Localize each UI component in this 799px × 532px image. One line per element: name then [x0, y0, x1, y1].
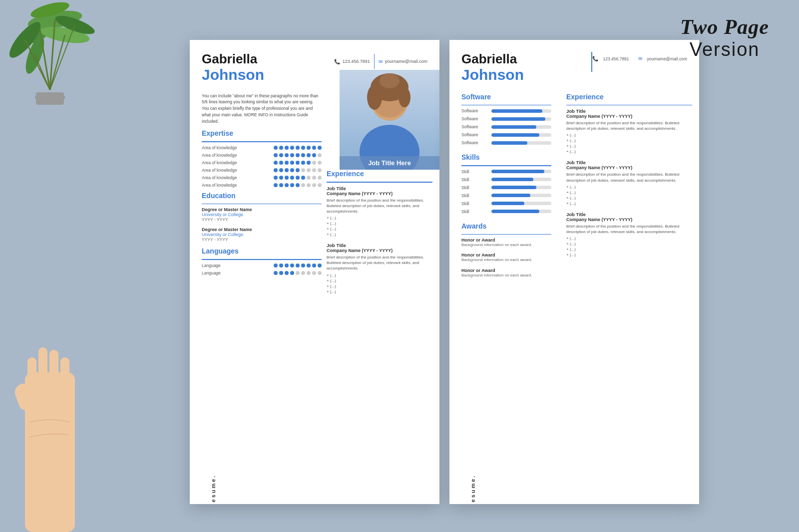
resume-text-p2: Resume. [470, 475, 476, 504]
hand-decoration [0, 332, 100, 532]
exp-bullet: + (...) [327, 221, 432, 226]
language-row: Language [202, 270, 322, 275]
expertise-row: Area of knowledge [202, 160, 322, 165]
edu-school: University or College [202, 212, 322, 217]
skill-bar-fill [491, 194, 530, 197]
skill-bar-track [491, 194, 551, 197]
page2-left-column: Software Software Software Software Soft… [449, 93, 559, 283]
education-divider [202, 204, 322, 205]
exp-bullet-p2: + (...) [566, 138, 692, 143]
edu-entry: Degree or Master Name University or Coll… [202, 207, 322, 222]
resume-label-p2: Resume. [470, 475, 476, 504]
exp-company-p2: Company Name (YYYY - YYYY) [566, 165, 692, 170]
page2-body: Software Software Software Software Soft… [449, 93, 699, 283]
skill-bar-row: Skill [461, 193, 551, 198]
exp-entry-p2: Job Title Company Name (YYYY - YYYY) Bri… [566, 108, 692, 154]
software-section: Software Software Software Software Soft… [461, 93, 551, 146]
award-desc: Background information on each award. [461, 243, 551, 248]
exp-bullet-p2: + (...) [566, 236, 692, 241]
skill-bar-track [491, 210, 551, 213]
page2-contact-info: 📞 123.456.7891 ✉ yourname@mail.com [592, 56, 687, 61]
two-page-text: Two Page [680, 15, 769, 39]
page2-right-column: Experience Job Title Company Name (YYYY … [559, 93, 699, 283]
expertise-label: Area of knowledge [202, 175, 257, 180]
phone-contact: 📞 123.456.7891 [334, 59, 370, 64]
expertise-label: Area of knowledge [202, 168, 257, 173]
software-bar-row: Software [461, 108, 551, 113]
exp-description-p2: Brief description of the position and th… [566, 120, 692, 131]
software-bar-fill [491, 117, 545, 121]
exp-entry-p2: Job Title Company Name (YYYY - YYYY) Bri… [566, 212, 692, 257]
exp-bullet-p2: + (...) [566, 201, 692, 206]
expertise-row: Area of knowledge [202, 175, 322, 180]
two-page-version-label: Two Page Version [680, 15, 769, 60]
skill-bar-fill [491, 178, 533, 181]
skill-bar-label: Skill [461, 169, 489, 174]
exp-bullet-p2: + (...) [566, 133, 692, 137]
award-entry: Honor or Award Background information on… [461, 268, 551, 278]
software-bar-label: Software [461, 108, 489, 113]
software-bar-track [491, 141, 551, 145]
exp-entry-p1: Job Title Company Name (YYYY - YYYY) Bri… [327, 186, 432, 237]
software-bar-label: Software [461, 140, 489, 145]
language-label: Language [202, 270, 257, 275]
software-bar-label: Software [461, 116, 489, 121]
phone-icon-p2: 📞 [592, 56, 598, 61]
language-items: LanguageLanguage [202, 263, 322, 275]
software-bar-row: Software [461, 124, 551, 129]
page1-name-block: Gabriella Johnson [202, 52, 334, 83]
exp-company-p2: Company Name (YYYY - YYYY) [566, 217, 692, 222]
exp-bullet: + (...) [327, 216, 432, 220]
awards-items: Honor or Award Background information on… [461, 238, 551, 278]
experience-title-p1: Experience [327, 170, 432, 178]
expertise-label: Area of knowledge [202, 160, 257, 165]
software-title: Software [461, 93, 551, 101]
education-title: Education [202, 192, 322, 200]
award-title: Honor or Award [461, 268, 551, 273]
edu-year: YYYY - YYYY [202, 237, 322, 242]
skill-bar-fill [491, 210, 539, 213]
skills-section: Skills Skill Skill Skill Skill Skill [461, 153, 551, 214]
exp-job-title: Job Title [327, 186, 432, 191]
expertise-title: Expertise [202, 129, 322, 137]
exp-entry-p2: Job Title Company Name (YYYY - YYYY) Bri… [566, 160, 692, 205]
skill-bar-label: Skill [461, 193, 489, 198]
awards-title: Awards [461, 222, 551, 230]
exp-bullet: + (...) [327, 232, 432, 237]
expertise-label: Area of knowledge [202, 153, 257, 158]
page2-header: Gabriella Johnson 📞 123.456.7891 ✉ yourn… [449, 40, 699, 88]
svg-rect-14 [36, 92, 64, 105]
exp-description: Brief description of the position and th… [327, 255, 432, 271]
resume-label-p1: Resume. [210, 475, 216, 504]
plant-decoration [0, 0, 110, 110]
exp-description-p2: Brief description of the position and th… [566, 224, 692, 235]
pages-container: Gabriella Johnson 📞 123.456.7891 ✉ yourn… [110, 40, 779, 517]
software-bar-fill [491, 141, 527, 145]
software-bar-row: Software [461, 116, 551, 121]
contact-info-p1: 📞 123.456.7891 ✉ yourname@mail.com [334, 52, 427, 69]
skills-bars: Skill Skill Skill Skill Skill [461, 169, 551, 214]
exp-bullet: + (...) [327, 227, 432, 231]
software-bar-label: Software [461, 132, 489, 137]
expertise-row: Area of knowledge [202, 153, 322, 158]
exp-bullet-p2: + (...) [566, 185, 692, 189]
skills-title: Skills [461, 153, 551, 161]
awards-section: Awards Honor or Award Background informa… [461, 222, 551, 278]
exp-company: Company Name (YYYY - YYYY) [327, 248, 432, 253]
svg-point-25 [367, 85, 382, 110]
experience-items-p1: Job Title Company Name (YYYY - YYYY) Bri… [327, 186, 432, 294]
award-desc: Background information on each award. [461, 273, 551, 278]
award-title: Honor or Award [461, 238, 551, 243]
version-text: Version [680, 39, 769, 60]
award-entry: Honor or Award Background information on… [461, 253, 551, 263]
edu-school: University or College [202, 232, 322, 237]
skill-bar-track [491, 202, 551, 205]
expertise-label: Area of knowledge [202, 145, 257, 150]
software-bar-row: Software [461, 132, 551, 137]
first-name-p2: Gabriella [461, 52, 583, 66]
software-bar-label: Software [461, 124, 489, 129]
exp-job-title-p2: Job Title [566, 108, 692, 114]
photo-placeholder: Job Title Here [340, 70, 439, 170]
edu-degree: Degree or Master Name [202, 207, 322, 212]
skill-bar-row: Skill [461, 177, 551, 182]
